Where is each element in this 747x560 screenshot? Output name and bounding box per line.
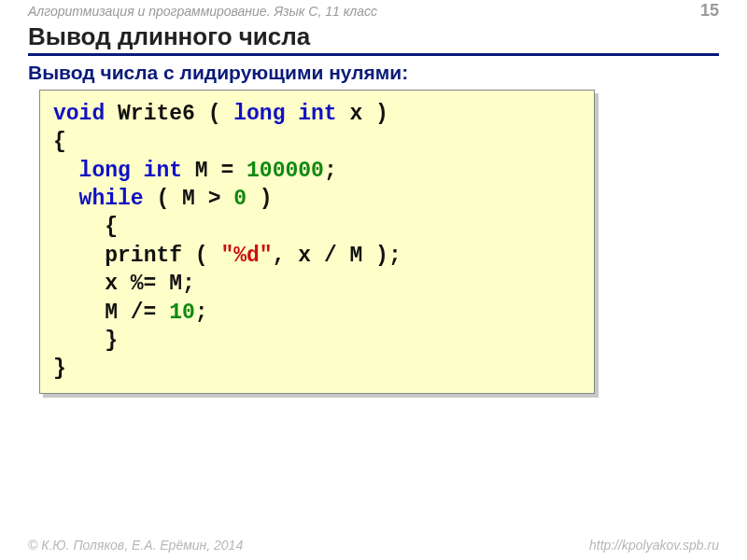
code-text: x %= M; <box>53 272 195 296</box>
footer-left: © К.Ю. Поляков, Е.А. Ерёмин, 2014 <box>28 538 243 553</box>
footer-right: http://kpolyakov.spb.ru <box>589 538 719 553</box>
code-text: { <box>53 215 118 239</box>
code-text: M /= <box>53 301 169 325</box>
str-literal: "%d" <box>220 244 272 268</box>
code-text: { <box>53 130 66 154</box>
code-text: } <box>53 329 118 353</box>
code-text <box>53 159 79 183</box>
code-text <box>53 244 105 268</box>
code-text: , x / M ); <box>273 244 402 268</box>
code-text: ; <box>324 159 337 183</box>
code-text: ) <box>247 187 273 211</box>
code-text: M = <box>182 159 247 183</box>
code-text: ( M > <box>144 187 234 211</box>
kw-long-int: long int <box>79 159 182 183</box>
code-text <box>53 187 79 211</box>
code-text: x ) <box>337 102 388 126</box>
kw-long-int: long int <box>233 102 336 126</box>
num-literal: 100000 <box>247 159 324 183</box>
num-literal: 10 <box>169 301 195 325</box>
code-text: } <box>53 357 66 381</box>
slide-subtitle: Вывод числа с лидирующими нулями: <box>28 62 719 84</box>
code-text: printf ( <box>105 244 220 268</box>
code-block: void Write6 ( long int x ) { long int M … <box>39 90 595 394</box>
code-text: ; <box>195 301 208 325</box>
slide-title: Вывод длинного числа <box>28 22 719 56</box>
code-text: Write6 ( <box>105 102 233 126</box>
page-number: 15 <box>700 1 719 21</box>
slide: Алгоритмизация и программирование. Язык … <box>0 0 747 560</box>
slide-header: Алгоритмизация и программирование. Язык … <box>0 0 747 19</box>
kw-while: while <box>79 187 144 211</box>
header-text: Алгоритмизация и программирование. Язык … <box>28 4 377 19</box>
kw-void: void <box>53 102 105 126</box>
num-literal: 0 <box>233 187 247 211</box>
